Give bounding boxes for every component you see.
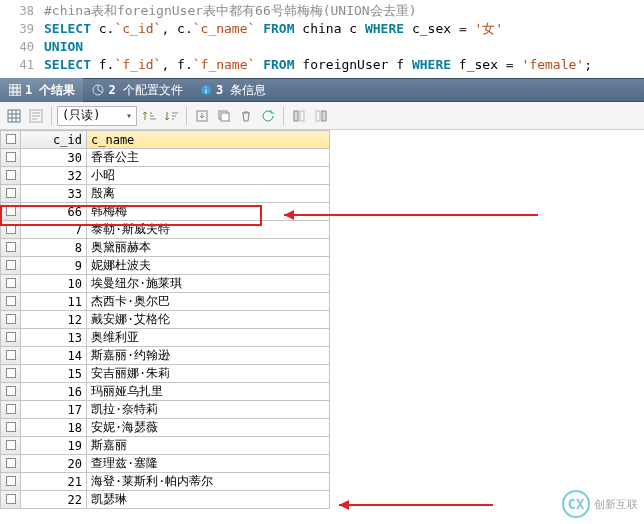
code-line[interactable]: 39SELECT c.`c_id`, c.`c_name` FROM china…	[0, 20, 644, 38]
row-header[interactable]	[1, 473, 21, 491]
code-line[interactable]: 40UNION	[0, 38, 644, 56]
code-line[interactable]: 38#china表和foreignUser表中都有66号韩梅梅(UNION会去重…	[0, 2, 644, 20]
table-row[interactable]: 16玛丽娅乌扎里	[1, 383, 330, 401]
tab-results[interactable]: 1 个结果	[0, 78, 83, 102]
cell-cname[interactable]: 埃曼纽尔·施莱琪	[87, 275, 330, 293]
cell-cid[interactable]: 12	[21, 311, 87, 329]
column-header-cid[interactable]: c_id	[21, 131, 87, 149]
table-row[interactable]: 11杰西卡·奥尔巴	[1, 293, 330, 311]
table-row[interactable]: 15安吉丽娜·朱莉	[1, 365, 330, 383]
table-row[interactable]: 12戴安娜·艾格伦	[1, 311, 330, 329]
row-header[interactable]	[1, 239, 21, 257]
table-row[interactable]: 30香香公主	[1, 149, 330, 167]
result-grid[interactable]: c_id c_name 30香香公主32小昭33殷离66韩梅梅7泰勒·斯威夫特8…	[0, 130, 330, 509]
cell-cname[interactable]: 玛丽娅乌扎里	[87, 383, 330, 401]
cell-cname[interactable]: 小昭	[87, 167, 330, 185]
cell-cid[interactable]: 32	[21, 167, 87, 185]
sort-desc-button[interactable]	[161, 106, 181, 126]
row-header[interactable]	[1, 257, 21, 275]
table-row[interactable]: 18安妮·海瑟薇	[1, 419, 330, 437]
row-header[interactable]	[1, 437, 21, 455]
cell-cname[interactable]: 斯嘉丽	[87, 437, 330, 455]
code-line[interactable]: 41SELECT f.`f_id`, f.`f_name` FROM forei…	[0, 56, 644, 74]
row-header[interactable]	[1, 275, 21, 293]
table-row[interactable]: 33殷离	[1, 185, 330, 203]
cell-cname[interactable]: 凯拉·奈特莉	[87, 401, 330, 419]
column-header-cname[interactable]: c_name	[87, 131, 330, 149]
cell-cid[interactable]: 21	[21, 473, 87, 491]
cell-cname[interactable]: 斯嘉丽·约翰逊	[87, 347, 330, 365]
cell-cid[interactable]: 22	[21, 491, 87, 509]
row-header[interactable]	[1, 329, 21, 347]
row-header[interactable]	[1, 293, 21, 311]
cell-cid[interactable]: 10	[21, 275, 87, 293]
table-row[interactable]: 17凯拉·奈特莉	[1, 401, 330, 419]
table-row[interactable]: 14斯嘉丽·约翰逊	[1, 347, 330, 365]
table-row[interactable]: 9妮娜杜波夫	[1, 257, 330, 275]
row-header[interactable]	[1, 455, 21, 473]
cell-cname[interactable]: 安吉丽娜·朱莉	[87, 365, 330, 383]
sql-editor[interactable]: 38#china表和foreignUser表中都有66号韩梅梅(UNION会去重…	[0, 0, 644, 78]
cell-cid[interactable]: 33	[21, 185, 87, 203]
cell-cname[interactable]: 奥维利亚	[87, 329, 330, 347]
row-header[interactable]	[1, 311, 21, 329]
table-row[interactable]: 7泰勒·斯威夫特	[1, 221, 330, 239]
row-header[interactable]	[1, 365, 21, 383]
row-header[interactable]	[1, 221, 21, 239]
cell-cname[interactable]: 奥黛丽赫本	[87, 239, 330, 257]
table-row[interactable]: 10埃曼纽尔·施莱琪	[1, 275, 330, 293]
form-view-button[interactable]	[26, 106, 46, 126]
column-left-button[interactable]	[289, 106, 309, 126]
row-header[interactable]	[1, 491, 21, 509]
cell-cid[interactable]: 17	[21, 401, 87, 419]
table-row[interactable]: 13奥维利亚	[1, 329, 330, 347]
table-row[interactable]: 32小昭	[1, 167, 330, 185]
cell-cname[interactable]: 殷离	[87, 185, 330, 203]
table-row[interactable]: 66韩梅梅	[1, 203, 330, 221]
cell-cname[interactable]: 泰勒·斯威夫特	[87, 221, 330, 239]
cell-cid[interactable]: 11	[21, 293, 87, 311]
cell-cid[interactable]: 15	[21, 365, 87, 383]
cell-cname[interactable]: 海登·莱斯利·帕内蒂尔	[87, 473, 330, 491]
cell-cid[interactable]: 66	[21, 203, 87, 221]
refresh-button[interactable]	[258, 106, 278, 126]
cell-cid[interactable]: 13	[21, 329, 87, 347]
row-header[interactable]	[1, 419, 21, 437]
cell-cid[interactable]: 30	[21, 149, 87, 167]
cell-cid[interactable]: 8	[21, 239, 87, 257]
table-row[interactable]: 8奥黛丽赫本	[1, 239, 330, 257]
table-row[interactable]: 20查理兹·塞隆	[1, 455, 330, 473]
row-header[interactable]	[1, 383, 21, 401]
tab-messages[interactable]: i 3 条信息	[191, 78, 274, 102]
cell-cname[interactable]: 安妮·海瑟薇	[87, 419, 330, 437]
row-header[interactable]	[1, 149, 21, 167]
row-header[interactable]	[1, 401, 21, 419]
cell-cid[interactable]: 14	[21, 347, 87, 365]
cell-cname[interactable]: 查理兹·塞隆	[87, 455, 330, 473]
cell-cname[interactable]: 戴安娜·艾格伦	[87, 311, 330, 329]
cell-cname[interactable]: 杰西卡·奥尔巴	[87, 293, 330, 311]
cell-cid[interactable]: 9	[21, 257, 87, 275]
cell-cname[interactable]: 香香公主	[87, 149, 330, 167]
cell-cname[interactable]: 韩梅梅	[87, 203, 330, 221]
row-header[interactable]	[1, 185, 21, 203]
tab-profiles[interactable]: 2 个配置文件	[83, 78, 190, 102]
cell-cid[interactable]: 20	[21, 455, 87, 473]
corner-header[interactable]	[1, 131, 21, 149]
table-row[interactable]: 22凯瑟琳	[1, 491, 330, 509]
cell-cname[interactable]: 凯瑟琳	[87, 491, 330, 509]
table-row[interactable]: 19斯嘉丽	[1, 437, 330, 455]
delete-button[interactable]	[236, 106, 256, 126]
row-header[interactable]	[1, 347, 21, 365]
sort-asc-button[interactable]	[139, 106, 159, 126]
row-header[interactable]	[1, 203, 21, 221]
row-header[interactable]	[1, 167, 21, 185]
cell-cid[interactable]: 7	[21, 221, 87, 239]
grid-view-button[interactable]	[4, 106, 24, 126]
readonly-dropdown[interactable]: (只读) ▾	[57, 106, 137, 126]
cell-cid[interactable]: 19	[21, 437, 87, 455]
column-right-button[interactable]	[311, 106, 331, 126]
cell-cid[interactable]: 18	[21, 419, 87, 437]
cell-cname[interactable]: 妮娜杜波夫	[87, 257, 330, 275]
cell-cid[interactable]: 16	[21, 383, 87, 401]
